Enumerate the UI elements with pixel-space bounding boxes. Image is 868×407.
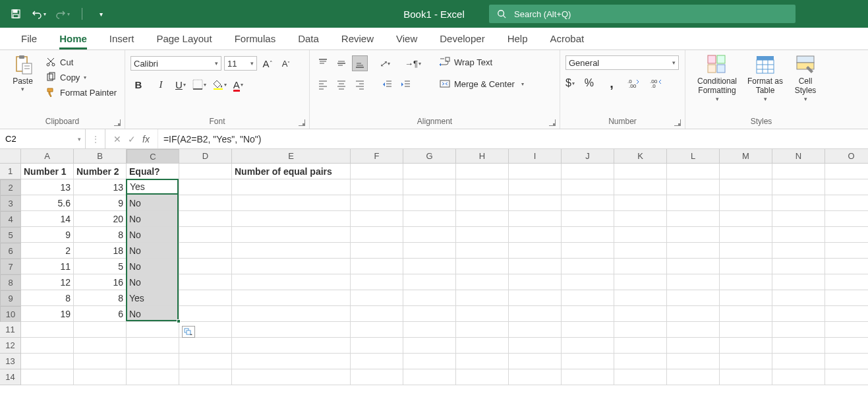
cell-N11[interactable] [772,322,825,338]
cell-F6[interactable] [351,243,403,259]
cell-D4[interactable] [179,211,232,227]
col-header-N[interactable]: N [772,149,825,164]
col-header-D[interactable]: D [179,149,232,164]
cell-O7[interactable] [825,259,868,274]
save-icon[interactable] [9,7,22,20]
cell-C1[interactable]: Equal? [127,164,179,179]
cell-D6[interactable] [179,243,232,259]
decrease-decimal-icon[interactable]: .00.0 [649,75,664,91]
cell-C8[interactable]: No [127,274,179,290]
col-header-K[interactable]: K [614,149,667,164]
cell-M2[interactable] [720,179,772,195]
cell-J2[interactable] [562,179,614,195]
cell-G6[interactable] [403,243,456,259]
cell-G9[interactable] [403,290,456,306]
cell-A14[interactable] [21,369,74,385]
tab-formulas[interactable]: Formulas [228,29,283,49]
cell-F10[interactable] [351,306,403,322]
cell-N6[interactable] [772,243,825,259]
align-right-icon[interactable] [352,77,368,92]
row-header-2[interactable]: 2 [0,179,21,195]
cell-B10[interactable]: 6 [74,306,127,322]
cell-E12[interactable] [232,338,351,354]
formula-input[interactable]: =IF(A2=B2, "Yes", "No") [158,129,868,148]
cell-H7[interactable] [456,259,509,274]
col-header-H[interactable]: H [456,149,509,164]
cell-G11[interactable] [403,322,456,338]
cell-M4[interactable] [720,211,772,227]
cell-E6[interactable] [232,243,351,259]
col-header-M[interactable]: M [720,149,772,164]
cell-F12[interactable] [351,338,403,354]
cell-E3[interactable] [232,195,351,211]
tab-review[interactable]: Review [335,29,380,49]
cell-L11[interactable] [667,322,720,338]
cell-B2[interactable]: 13 [74,179,127,195]
cell-D5[interactable] [179,227,232,243]
cell-H13[interactable] [456,354,509,369]
cell-B6[interactable]: 18 [74,243,127,259]
cell-L9[interactable] [667,290,720,306]
cell-L10[interactable] [667,306,720,322]
cell-M6[interactable] [720,243,772,259]
cell-K2[interactable] [614,179,667,195]
cell-G7[interactable] [403,259,456,274]
tab-data[interactable]: Data [291,29,326,49]
font-size-select[interactable]: 11▾ [224,56,257,71]
cell-O8[interactable] [825,274,868,290]
cell-I8[interactable] [509,274,562,290]
cell-E14[interactable] [232,369,351,385]
cell-M12[interactable] [720,338,772,354]
cell-H4[interactable] [456,211,509,227]
cell-O11[interactable] [825,322,868,338]
increase-indent-icon[interactable] [398,77,414,92]
undo-button[interactable]: ▾ [32,9,46,19]
cell-I12[interactable] [509,338,562,354]
cell-D2[interactable] [179,179,232,195]
cell-D14[interactable] [179,369,232,385]
cell-styles-button[interactable]: Cell Styles▾ [787,53,824,104]
cell-O12[interactable] [825,338,868,354]
cell-J6[interactable] [562,243,614,259]
cell-M10[interactable] [720,306,772,322]
name-box[interactable]: ▾ [0,129,86,148]
cell-J9[interactable] [562,290,614,306]
cell-M13[interactable] [720,354,772,369]
cell-H2[interactable] [456,179,509,195]
cell-E9[interactable] [232,290,351,306]
cell-G5[interactable] [403,227,456,243]
col-header-I[interactable]: I [509,149,562,164]
cell-B3[interactable]: 9 [74,195,127,211]
cell-C6[interactable]: No [127,243,179,259]
cell-I2[interactable] [509,179,562,195]
cell-C4[interactable]: No [127,211,179,227]
cell-K8[interactable] [614,274,667,290]
cell-O5[interactable] [825,227,868,243]
cell-C11[interactable] [127,322,179,338]
row-header-11[interactable]: 11 [0,322,21,338]
row-header-12[interactable]: 12 [0,338,21,354]
cell-C3[interactable]: No [127,195,179,211]
cell-F9[interactable] [351,290,403,306]
row-header-6[interactable]: 6 [0,243,21,259]
cell-E1[interactable]: Number of equal pairs [232,164,351,179]
cell-M5[interactable] [720,227,772,243]
cell-H14[interactable] [456,369,509,385]
cell-A4[interactable]: 14 [21,211,74,227]
cell-I3[interactable] [509,195,562,211]
cell-M3[interactable] [720,195,772,211]
cell-K1[interactable] [614,164,667,179]
cell-N4[interactable] [772,211,825,227]
format-as-table-button[interactable]: Format as Table▾ [743,53,787,104]
cell-G1[interactable] [403,164,456,179]
cell-A13[interactable] [21,354,74,369]
align-center-icon[interactable] [333,77,349,92]
borders-button[interactable]: ▾ [192,79,206,90]
cell-D13[interactable] [179,354,232,369]
cell-O10[interactable] [825,306,868,322]
redo-button[interactable]: ▾ [55,9,70,19]
cell-M1[interactable] [720,164,772,179]
paste-button[interactable]: Paste ▾ [5,53,40,94]
row-header-9[interactable]: 9 [0,290,21,306]
row-header-7[interactable]: 7 [0,259,21,274]
